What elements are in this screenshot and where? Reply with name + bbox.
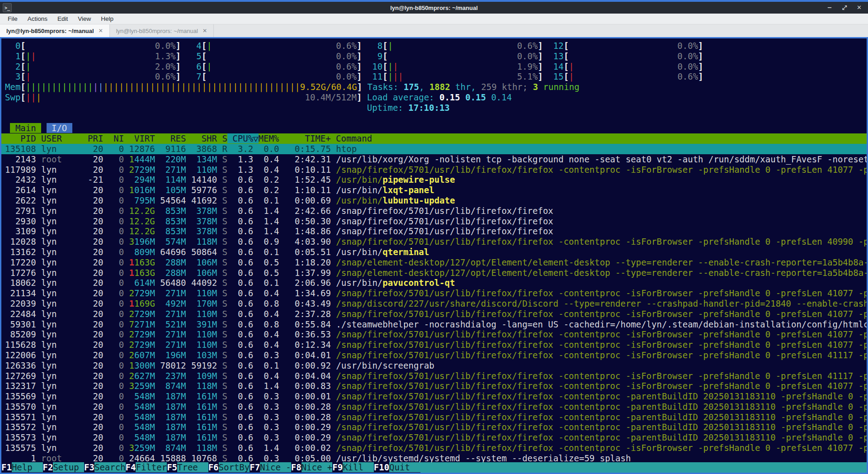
process-row[interactable]: 17220 lyn 20 0 1163G 288M 106M S 0.6 0.5… [1,257,867,268]
menu-item-file[interactable]: File [4,14,22,23]
process-row[interactable]: 3109 lyn 20 0 12.2G 853M 378M S 0.6 1.4 … [1,226,867,237]
process-row[interactable]: 2143 root 20 0 1444M 220M 134M S 1.3 0.4… [1,154,867,165]
process-row[interactable]: 132317 lyn 20 0 3259M 874M 118M S 0.6 1.… [1,381,867,391]
fkey-F7[interactable]: F7Nice - [250,462,291,473]
process-row[interactable]: 12028 lyn 20 0 3196M 574M 118M S 0.6 0.9… [1,237,867,247]
process-row[interactable]: 2614 lyn 20 0 1016M 105M 59776 S 0.6 0.2… [1,185,867,195]
process-list: 135108 lyn 20 0 12876 9116 3868 R 3.2 0.… [1,144,867,464]
process-row[interactable]: 2930 lyn 20 0 12.2G 853M 378M S 0.6 1.4 … [1,216,867,227]
terminal-tab-1[interactable]: lyn@lyn-b850mprors: ~/manual✕ [0,24,110,37]
terminal-icon: >_ [3,3,12,12]
terminal-tab-2[interactable]: lyn@lyn-b850mprors: ~/manual✕ [110,24,214,37]
process-row[interactable]: 22484 lyn 20 0 2729M 271M 110M S 0.6 0.4… [1,309,867,319]
mem-meter-row: Mem[||||||||||||||||||||||||||||||||||||… [1,82,867,92]
menu-item-edit[interactable]: Edit [53,14,72,23]
fkey-F5[interactable]: F5Tree [167,462,208,473]
process-row[interactable]: 127269 lyn 20 0 2627M 237M 109M S 0.6 0.… [1,371,867,381]
blank-row [1,113,867,123]
titlebar[interactable]: >_ lyn@lyn-b850mprors: ~/manual − ⤢ ✕ [0,2,868,14]
window-controls: − ⤢ ✕ [827,4,868,11]
process-row-selected[interactable]: 135108 lyn 20 0 12876 9116 3868 R 3.2 0.… [1,144,867,154]
process-row[interactable]: 21134 lyn 20 0 2729M 271M 110M S 0.6 0.4… [1,288,867,299]
htop-meters: 0[ 0.0%] 4[| 0.6%] 8[| 0.6%] 12[ 0.0%] 1… [1,41,867,123]
process-row[interactable]: 126336 lyn 20 0 1300M 78012 59192 S 0.6 … [1,360,867,371]
fkey-F2[interactable]: F2Setup [43,462,85,473]
process-row[interactable]: 2432 lyn -21 0 294M 114M 14140 S 0.6 0.2… [1,175,867,185]
load-average: Load average: 0.15 0.15 0.14 [367,92,512,102]
process-row[interactable]: 117989 lyn 20 0 2729M 271M 110M S 1.3 0.… [1,165,867,175]
app-window: >_ lyn@lyn-b850mprors: ~/manual − ⤢ ✕ Fi… [0,0,868,474]
process-row[interactable]: 135570 lyn 20 0 548M 187M 161M S 0.6 0.3… [1,402,867,412]
fnbar-filler [420,462,867,473]
process-row[interactable]: 17276 lyn 20 0 1163G 288M 106M S 0.6 0.5… [1,268,867,278]
process-row[interactable]: 18062 lyn 20 0 614M 56480 44092 S 0.6 0.… [1,278,867,288]
htop-tab-io[interactable]: I/O [47,123,72,133]
process-row[interactable]: 135575 lyn 20 0 3259M 874M 118M S 0.6 1.… [1,443,867,453]
tab-label: lyn@lyn-b850mprors: ~/manual [6,28,94,34]
fkey-F8[interactable]: F8Nice + [291,462,333,473]
menu-item-view[interactable]: View [74,14,95,23]
htop-view-tabs: Main I/O [1,123,867,133]
tab-label: lyn@lyn-b850mprors: ~/manual [116,28,198,34]
process-row[interactable]: 22039 lyn 20 0 1169G 492M 170M S 0.6 0.8… [1,299,867,309]
tab-close-icon[interactable]: ✕ [203,28,207,34]
cpu-meter-row-3: 3[| 0.6%] 7[ 0.0%] 11[||| 5.1%] 15[| 0.6… [1,71,867,82]
process-row[interactable]: 135571 lyn 20 0 548M 187M 161M S 0.6 0.3… [1,412,867,422]
process-row[interactable]: 135569 lyn 20 0 548M 187M 161M S 0.6 0.3… [1,391,867,402]
close-icon[interactable]: ✕ [857,4,862,11]
swap-meter-row: Swp[||| 10.4M/512M] Load average: 0.15 0… [1,92,867,103]
fkey-F10[interactable]: F10Quit [374,462,420,473]
process-row[interactable]: 115628 lyn 20 0 2729M 271M 110M S 0.6 0.… [1,340,867,350]
process-row[interactable]: 2791 lyn 20 0 12.2G 853M 378M S 0.6 1.4 … [1,206,867,216]
process-row[interactable]: 135572 lyn 20 0 548M 187M 161M S 0.6 0.3… [1,422,867,432]
cpu-meter-row-2: 2[| 2.0%] 6[| 0.6%] 10[|| 1.9%] 14[| 0.0… [1,62,867,72]
process-table-header[interactable]: PID USER PRI NI VIRT RES SHR S CPU%▽MEM%… [1,133,867,144]
process-row[interactable]: 85209 lyn 20 0 2729M 271M 110M S 0.6 0.4… [1,329,867,340]
window-title: lyn@lyn-b850mprors: ~/manual [0,5,868,11]
minimize-icon[interactable]: − [827,4,832,11]
fkey-F9[interactable]: F9Kill [332,462,374,473]
cpu-meter-row-1: 1[|| 1.3%] 5[ 0.0%] 9[ 0.0%] 13[ 0.0%] [1,51,867,62]
fkey-F1[interactable]: F1Help [1,462,43,473]
maximize-icon[interactable]: ⤢ [842,4,847,11]
process-row[interactable]: 13162 lyn 20 0 809M 64696 50864 S 0.6 0.… [1,247,867,257]
function-key-bar: F1Help F2Setup F3SearchF4FilterF5Tree F6… [1,462,867,473]
fkey-F4[interactable]: F4Filter [126,462,167,473]
htop-tab-main[interactable]: Main [10,123,41,133]
process-row[interactable]: 122006 lyn 20 0 2607M 196M 103M S 0.6 0.… [1,350,867,360]
cpu-meter-row-0: 0[ 0.0%] 4[| 0.6%] 8[| 0.6%] 12[ 0.0%] [1,41,867,51]
tasks-summary: Tasks: 175, 1882 thr, 259 kthr; 3 runnin… [368,82,580,92]
menu-item-actions[interactable]: Actions [24,14,52,23]
uptime: Uptime: 17:10:13 [367,103,450,113]
tab-bar: lyn@lyn-b850mprors: ~/manual✕lyn@lyn-b85… [0,24,868,37]
fkey-F3[interactable]: F3Search [84,462,126,473]
terminal-screen[interactable]: 0[ 0.0%] 4[| 0.6%] 8[| 0.6%] 12[ 0.0%] 1… [0,37,868,474]
process-row[interactable]: 59301 lyn 20 0 7271M 521M 391M S 0.6 0.8… [1,319,867,330]
menubar: FileActionsEditViewHelp [0,14,868,24]
menu-item-help[interactable]: Help [97,14,118,23]
fkey-F6[interactable]: F6SortBy [208,462,250,473]
process-row[interactable]: 2622 lyn 20 0 795M 54564 41692 S 0.6 0.1… [1,195,867,206]
tab-close-icon[interactable]: ✕ [99,28,103,34]
uptime-row: Uptime: 17:10:13 [1,103,867,113]
process-row[interactable]: 135573 lyn 20 0 548M 187M 161M S 0.6 0.3… [1,432,867,443]
